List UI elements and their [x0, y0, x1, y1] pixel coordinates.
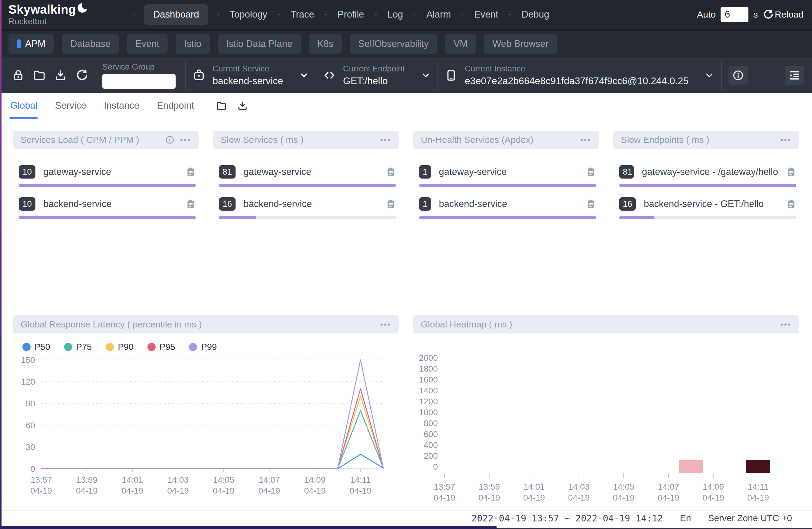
service-name: gateway-service [439, 166, 507, 177]
svg-text:04-19: 04-19 [478, 493, 500, 502]
tab-k8s[interactable]: K8s [309, 34, 342, 54]
clipboard-icon[interactable] [586, 198, 596, 210]
more-menu-icon[interactable]: ••• [781, 321, 792, 328]
nav-item-topology[interactable]: Topology [228, 4, 269, 25]
svg-text:800: 800 [423, 418, 438, 428]
language-selector[interactable]: En [680, 513, 691, 523]
nav-item-profile[interactable]: Profile [336, 4, 366, 25]
tab-vm[interactable]: VM [445, 34, 476, 54]
current-endpoint-label: Current Endpoint [343, 64, 405, 74]
svg-text:1400: 1400 [419, 386, 438, 395]
card-header: Slow Services ( ms ) ••• [213, 131, 399, 149]
tab-istio[interactable]: Istio [176, 34, 210, 54]
tab-selfobservability[interactable]: SelfObservability [350, 34, 437, 54]
svg-text:1800: 1800 [419, 364, 438, 373]
more-menu-icon[interactable]: ••• [380, 136, 391, 144]
tab-apm[interactable]: APM [9, 34, 54, 54]
reload-button[interactable]: Reload [763, 9, 803, 20]
current-instance-selector[interactable]: Current Instance e3e07e2a2b664e8c91fda37… [445, 64, 714, 87]
legend-item-p90[interactable]: P90 [106, 342, 133, 352]
current-service-value: backend-service [213, 75, 283, 87]
download-icon[interactable] [237, 101, 248, 112]
more-menu-icon[interactable]: ••• [580, 136, 591, 144]
clipboard-icon[interactable] [186, 166, 196, 178]
lock-button[interactable] [12, 69, 25, 82]
heatmap-chart[interactable]: 020040060080010001200140016001800200013:… [411, 342, 799, 506]
more-menu-icon[interactable]: ••• [781, 136, 792, 144]
service-box-icon [192, 69, 205, 82]
tab-event[interactable]: Event [127, 34, 168, 54]
more-menu-icon[interactable]: ••• [380, 321, 391, 328]
bottom-edge-strip [0, 526, 812, 529]
current-instance-value: e3e07e2a2b664e8c91fda37f674f9cc6@10.244.… [465, 75, 688, 87]
progress-bar [419, 184, 596, 187]
time-range-picker[interactable]: 2022-04-19 13:57 ~ 2022-04-19 14:12 [472, 513, 663, 524]
legend-item-p75[interactable]: P75 [64, 342, 92, 352]
service-row[interactable]: 10 gateway-service [19, 165, 196, 187]
indent-icon [788, 69, 800, 82]
auto-interval-input[interactable] [721, 7, 749, 22]
auto-reload-controls: Auto s Reload [697, 7, 803, 22]
progress-track [19, 184, 196, 187]
current-service-selector[interactable]: Current Service backend-service [192, 64, 309, 87]
clipboard-icon[interactable] [586, 166, 596, 178]
service-row[interactable]: 10 backend-service [19, 197, 196, 219]
legend-item-p50[interactable]: P50 [23, 342, 50, 352]
folder-icon[interactable] [216, 101, 227, 112]
server-zone-control[interactable]: Server Zone UTC +0 [708, 513, 792, 523]
svg-text:14:11: 14:11 [748, 482, 768, 491]
service-name: gateway-service [243, 166, 311, 177]
service-row[interactable]: 16 backend-service [219, 197, 396, 219]
clipboard-icon[interactable] [386, 166, 396, 178]
service-row[interactable]: 81 gateway-service [219, 165, 396, 187]
service-row[interactable]: 16 backend-service - GET:/hello [619, 197, 796, 219]
service-row[interactable]: 1 backend-service [419, 197, 596, 219]
svg-text:14:03: 14:03 [568, 482, 590, 491]
svg-text:14:11: 14:11 [350, 475, 371, 485]
legend-item-p99[interactable]: P99 [189, 342, 217, 352]
card-title: Slow Services ( ms ) [221, 135, 303, 145]
legend-item-p95[interactable]: P95 [147, 342, 175, 352]
clipboard-icon[interactable] [786, 166, 796, 178]
more-menu-icon[interactable]: ••• [180, 136, 191, 144]
nav-item-dashboard[interactable]: Dashboard [144, 4, 208, 25]
clipboard-icon[interactable] [386, 198, 396, 210]
refresh-button[interactable] [75, 69, 88, 82]
service-row[interactable]: 81 gateway-service - /gateway/hello [619, 165, 796, 187]
nav-item-alarm[interactable]: Alarm [424, 4, 453, 25]
current-endpoint-selector[interactable]: Current Endpoint GET:/hello [323, 64, 431, 87]
tab-service[interactable]: Service [55, 93, 86, 119]
nav-item-event[interactable]: Event [472, 4, 500, 25]
import-template-button[interactable] [33, 69, 46, 82]
clipboard-icon[interactable] [186, 198, 196, 210]
svg-text:14:09: 14:09 [703, 482, 724, 491]
tab-istio-data-plane[interactable]: Istio Data Plane [218, 34, 301, 54]
app-logo[interactable]: Skywalking Rocketbot [9, 3, 88, 26]
tab-global[interactable]: Global [10, 93, 38, 119]
service-name: backend-service [439, 199, 507, 209]
card-title: Slow Endpoints ( ms ) [621, 135, 709, 145]
tab-endpoint[interactable]: Endpoint [157, 93, 194, 119]
svg-text:04-19: 04-19 [76, 486, 98, 496]
service-row[interactable]: 1 gateway-service [419, 165, 596, 187]
tab-instance[interactable]: Instance [104, 93, 139, 119]
progress-bar [219, 216, 256, 219]
card-header: Global Heatmap ( ms ) ••• [413, 315, 799, 334]
svg-text:14:01: 14:01 [523, 482, 545, 491]
divider [721, 61, 722, 90]
tab-web-browser[interactable]: Web Browser [484, 34, 557, 54]
clipboard-icon[interactable] [786, 198, 796, 210]
latency-line-chart[interactable]: 030609012015013:5704-1913:5904-1914:0104… [11, 354, 398, 497]
svg-text:04-19: 04-19 [167, 486, 189, 496]
service-group-input[interactable] [102, 74, 176, 89]
nav-item-log[interactable]: Log [386, 4, 405, 25]
info-icon[interactable] [165, 135, 175, 145]
tab-database[interactable]: Database [62, 34, 119, 54]
export-template-button[interactable] [54, 69, 67, 82]
progress-bar [419, 216, 596, 219]
nav-item-trace[interactable]: Trace [289, 4, 316, 25]
sidebar-toggle-button[interactable] [785, 66, 804, 85]
info-button[interactable] [728, 66, 748, 85]
nav-item-debug[interactable]: Debug [520, 4, 551, 25]
code-icon [323, 69, 336, 82]
